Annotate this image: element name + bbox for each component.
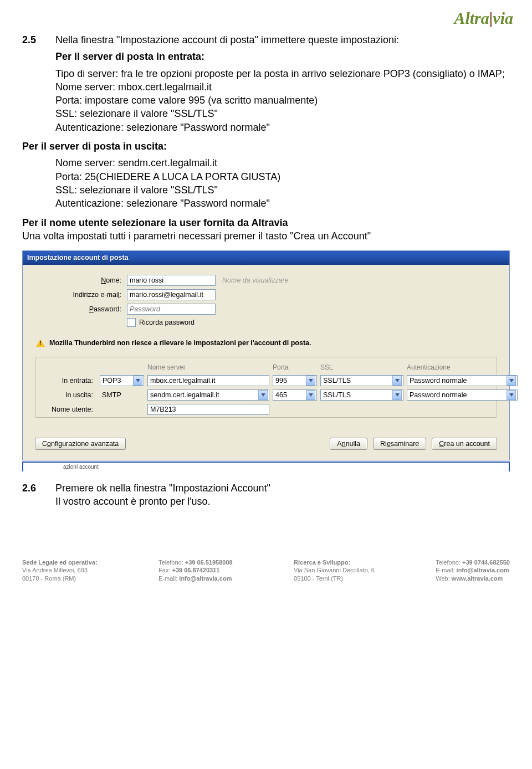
outgoing-ssl-select[interactable]: SSL/TLS [320,389,403,401]
col-header-auth: Autenticazione [407,363,518,372]
outgoing-row-label: In uscita: [41,391,96,400]
chevron-down-icon [392,376,402,386]
name-label: Nome: [62,276,127,285]
chevron-down-icon [258,390,268,400]
incoming-port-select[interactable]: 995 [273,375,317,386]
chevron-down-icon [507,390,516,400]
document-body: 2.5 Nella finestra "Impostazione account… [22,33,510,583]
cropped-strip: azioni account [22,462,510,471]
incoming-row-label: In entrata: [41,376,96,386]
incoming-auth-select[interactable]: Password normale [407,375,518,386]
outgoing-server-select[interactable]: sendm.cert.legalmail.it [147,389,269,401]
dialog-titlebar: Impostazione account di posta [23,251,509,265]
brand-logo: Altra|via [22,9,513,28]
chevron-down-icon [306,390,315,400]
warning-icon [36,339,45,347]
password-input[interactable] [127,304,216,315]
remember-label: Ricorda password [139,318,195,327]
chevron-down-icon [392,390,402,400]
outgoing-port-select[interactable]: 465 [273,389,317,401]
incoming-server-input[interactable] [147,375,269,386]
text-line: Tipo di server: fra le tre opzioni propo… [55,67,510,80]
outgoing-heading: Per il server di posta in uscita: [22,140,510,153]
password-label: Password: [62,305,127,314]
text-line: Nome server: sendm.cert.legalmail.it [55,156,510,170]
col-header-server: Nome server [147,363,269,372]
name-input[interactable] [127,275,216,286]
server-settings-group: Nome server Porta SSL Autenticazione In … [35,357,497,418]
cancel-button[interactable]: Annulla [330,438,367,450]
username-input[interactable] [147,404,269,415]
name-hint: Nome da visualizzare [222,276,289,285]
text-line: Autenticazione: selezionare "Password no… [55,121,510,134]
warning-text: Mozilla Thunderbird non riesce a rilevar… [49,339,311,348]
text-line: Nome server: mbox.cert.legalmail.it [55,80,510,94]
account-dialog: Impostazione account di posta Nome: Nome… [22,250,510,460]
outgoing-auth-select[interactable]: Password normale [407,389,518,401]
create-account-button[interactable]: Crea un account [432,438,497,450]
section-title: Nella finestra "Impostazione account di … [55,33,399,47]
text-line: Una volta impostati tutti i parametri ne… [22,229,510,243]
incoming-ssl-select[interactable]: SSL/TLS [320,375,403,386]
text-line: Porta: impostare come valore 995 (va scr… [55,94,510,107]
remember-checkbox[interactable] [127,318,136,327]
username-heading: Per il nome utente selezionare la user f… [22,216,510,229]
chevron-down-icon [133,376,142,386]
retest-button[interactable]: Riesaminare [373,438,426,450]
text-line: Premere ok nella finestra "Impostazioni … [55,481,270,495]
chevron-down-icon [507,376,516,386]
text-line: Porta: 25(CHIEDERE A LUCA LA PORTA GIUST… [55,170,510,183]
incoming-heading: Per il server di posta in entrata: [55,50,510,63]
col-header-ssl: SSL [320,363,403,372]
advanced-config-button[interactable]: Configurazione avanzata [35,438,126,450]
incoming-protocol-select[interactable]: POP3 [100,375,144,386]
col-header-port: Porta [273,363,317,372]
text-line: SSL: selezionare il valore "SSL/TLS" [55,107,510,120]
page-footer: Sede Legale ed operativa: Via Andrea Mil… [22,558,510,583]
outgoing-protocol-label: SMTP [100,391,144,400]
section-number: 2.5 [22,33,41,47]
text-line: Autenticazione: selezionare "Password no… [55,197,510,210]
email-label: Indirizzo e-mail: [62,290,127,300]
username-row-label: Nome utente: [41,405,96,414]
text-line: SSL: selezionare il valore "SSL/TLS" [55,183,510,197]
section-number: 2.6 [22,481,41,509]
chevron-down-icon [306,376,315,386]
email-input[interactable] [127,289,216,300]
text-line: Il vostro account è pronto per l'uso. [55,495,270,508]
